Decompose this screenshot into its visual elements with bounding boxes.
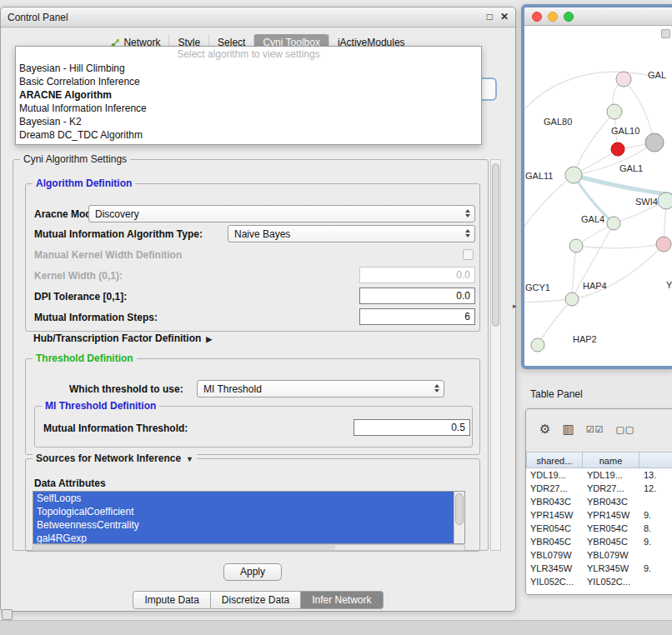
window-controls: □ ✕ bbox=[487, 11, 509, 22]
node-label: GAL bbox=[648, 70, 666, 80]
network-edges bbox=[524, 72, 672, 345]
data-attributes-items: SelfLoopsTopologicalCoefficientBetweenne… bbox=[33, 492, 464, 544]
table-cell bbox=[639, 548, 672, 562]
table-row[interactable]: YBR043CYBR043C bbox=[526, 495, 672, 508]
splitter-arrow-icon[interactable]: ▸ bbox=[513, 302, 517, 310]
combo-arrows-icon bbox=[434, 384, 439, 392]
minimized-panel-icon[interactable] bbox=[2, 609, 13, 620]
table-row[interactable]: YPR145WYPR145W9. bbox=[526, 508, 672, 522]
minimize-traffic-light-icon[interactable] bbox=[548, 12, 558, 22]
menu-item-bayesian-hill-climbing[interactable]: Bayesian - Hill Climbing bbox=[16, 62, 481, 75]
table-row[interactable]: YER054CYER054C8. bbox=[526, 522, 672, 535]
menu-item-aracne-algorithm[interactable]: ARACNE Algorithm bbox=[16, 88, 481, 102]
network-node[interactable] bbox=[645, 133, 664, 152]
mi-algorithm-type-select[interactable]: Naive Bayes bbox=[228, 225, 475, 242]
table-body: YDL19...YDL19...13.YDR27...YDR27...12.YB… bbox=[526, 468, 672, 594]
table-row[interactable]: YIL052C...YIL052C... bbox=[526, 575, 672, 588]
network-node[interactable] bbox=[569, 239, 583, 252]
menu-item-dream8-dc-tdc-algorithm[interactable]: Dream8 DC_TDC Algorithm bbox=[16, 128, 481, 142]
menu-item-mutual-information-inference[interactable]: Mutual Information Inference bbox=[16, 102, 481, 115]
manual-kernel-width-checkbox[interactable] bbox=[463, 249, 474, 260]
menu-item-basic-correlation-inference[interactable]: Basic Correlation Inference bbox=[16, 75, 481, 88]
manual-kernel-width-label: Manual Kernel Width Definition bbox=[34, 249, 182, 261]
table-row[interactable]: YDL19...YDL19...13. bbox=[526, 468, 672, 482]
horizontal-scrollbar-thumb[interactable] bbox=[33, 545, 335, 550]
column-settings-gear-icon[interactable]: ⚙ bbox=[539, 422, 550, 437]
network-node[interactable] bbox=[607, 217, 620, 230]
table-cell bbox=[639, 495, 672, 508]
close-window-icon[interactable]: ✕ bbox=[500, 11, 509, 22]
float-window-icon[interactable]: □ bbox=[487, 11, 493, 22]
attribute-item-gal4rgexp[interactable]: gal4RGexp bbox=[33, 532, 454, 544]
menu-item-bayesian-k2[interactable]: Bayesian - K2 bbox=[16, 115, 481, 128]
network-graph[interactable]: GALGAL80GAL10GAL11GAL1SWI4GAL4GCY1HAP4YH… bbox=[524, 26, 672, 366]
table-row[interactable]: YLR345WYLR345W9. bbox=[526, 562, 672, 575]
table-row[interactable]: YDR27...YDR27...12. bbox=[526, 482, 672, 495]
column-header-name[interactable]: name bbox=[583, 452, 639, 468]
attribute-item-selfloops[interactable]: SelfLoops bbox=[33, 492, 454, 505]
node-label: SWI4 bbox=[635, 197, 658, 207]
table-cell: YER054C bbox=[583, 522, 639, 535]
mi-algorithm-type-label: Mutual Information Algorithm Type: bbox=[34, 228, 203, 240]
close-traffic-light-icon[interactable] bbox=[532, 12, 542, 22]
table-cell: YBR045C bbox=[526, 535, 583, 548]
network-node[interactable] bbox=[658, 192, 672, 209]
column-header-shared[interactable]: shared... bbox=[526, 452, 583, 468]
network-node[interactable] bbox=[611, 142, 624, 156]
table-panel-title: Table Panel bbox=[530, 388, 583, 400]
mi-threshold-label: Mutual Information Threshold: bbox=[43, 422, 188, 434]
apply-button[interactable]: Apply bbox=[223, 563, 282, 581]
attribute-item-betweennesscentrality[interactable]: BetweennessCentrality bbox=[33, 518, 454, 532]
network-toolbar-grip-icon[interactable] bbox=[661, 29, 670, 38]
mi-steps-label: Mutual Information Steps: bbox=[34, 312, 158, 323]
table-cell: YPR145W bbox=[526, 508, 583, 522]
dpi-tolerance-input[interactable]: 0.0 bbox=[359, 288, 475, 304]
node-label: HAP4 bbox=[583, 281, 607, 291]
list-scrollbar[interactable] bbox=[454, 492, 464, 543]
zoom-traffic-light-icon[interactable] bbox=[564, 12, 574, 22]
network-node[interactable] bbox=[656, 237, 671, 252]
mi-threshold-input[interactable]: 0.5 bbox=[354, 419, 470, 436]
settings-scrollbar[interactable] bbox=[490, 159, 501, 551]
kernel-width-input[interactable]: 0.0 bbox=[359, 267, 475, 283]
deselect-all-icon[interactable]: ▢▢ bbox=[615, 424, 634, 435]
bottom-tab-impute-data[interactable]: Impute Data bbox=[133, 591, 210, 609]
which-threshold-select[interactable]: MI Threshold bbox=[197, 380, 444, 398]
column-header-extra[interactable] bbox=[639, 452, 672, 468]
table-cell: YDL19... bbox=[583, 468, 639, 482]
aracne-mode-select[interactable]: Discovery bbox=[88, 205, 475, 222]
node-label: GAL4 bbox=[581, 214, 604, 224]
mi-steps-input[interactable]: 6 bbox=[359, 308, 475, 325]
select-all-icon[interactable]: ☑☑ bbox=[586, 424, 604, 435]
table-columns-icon[interactable]: ▥ bbox=[562, 422, 574, 437]
group-title: Algorithm Definition bbox=[33, 178, 135, 189]
table-cell: YER054C bbox=[526, 522, 583, 535]
network-window-titlebar[interactable] bbox=[524, 8, 672, 26]
sources-collapse-header[interactable]: Sources for Network Inference▼ bbox=[33, 452, 197, 464]
network-node[interactable] bbox=[565, 292, 579, 306]
table-row[interactable]: YBR045CYBR045C9. bbox=[526, 535, 672, 548]
hub-definition-label: Hub/Transcription Factor Definition bbox=[33, 332, 201, 344]
table-cell: 8. bbox=[639, 522, 672, 535]
network-node[interactable] bbox=[616, 72, 631, 87]
bottom-tab-infer-network[interactable]: Infer Network bbox=[301, 591, 383, 609]
table-cell: 9. bbox=[639, 508, 672, 522]
hub-definition-expander[interactable]: Hub/Transcription Factor Definition▶ bbox=[33, 332, 212, 344]
list-horizontal-scrollbar[interactable] bbox=[33, 544, 465, 551]
bottom-tab-discretize-data[interactable]: Discretize Data bbox=[211, 591, 301, 609]
network-canvas[interactable]: GALGAL80GAL10GAL11GAL1SWI4GAL4GCY1HAP4YH… bbox=[524, 26, 672, 366]
node-label: HAP2 bbox=[573, 334, 597, 344]
group-title: Threshold Definition bbox=[33, 352, 137, 364]
attribute-item-topologicalcoefficient[interactable]: TopologicalCoefficient bbox=[33, 505, 454, 518]
table-cell: YIL052C... bbox=[526, 575, 583, 588]
network-node[interactable] bbox=[531, 338, 544, 352]
network-node[interactable] bbox=[565, 167, 582, 183]
data-attributes-list[interactable]: SelfLoopsTopologicalCoefficientBetweenne… bbox=[33, 491, 465, 544]
list-scrollbar-thumb[interactable] bbox=[455, 493, 464, 525]
table-row[interactable]: YBL079WYBL079W bbox=[526, 548, 672, 562]
settings-scrollbar-thumb[interactable] bbox=[492, 163, 499, 327]
control-panel-titlebar[interactable]: Control Panel □ ✕ bbox=[1, 8, 515, 28]
network-node[interactable] bbox=[607, 104, 622, 119]
table-cell: YBL079W bbox=[526, 548, 583, 562]
window-title: Control Panel bbox=[8, 12, 68, 23]
